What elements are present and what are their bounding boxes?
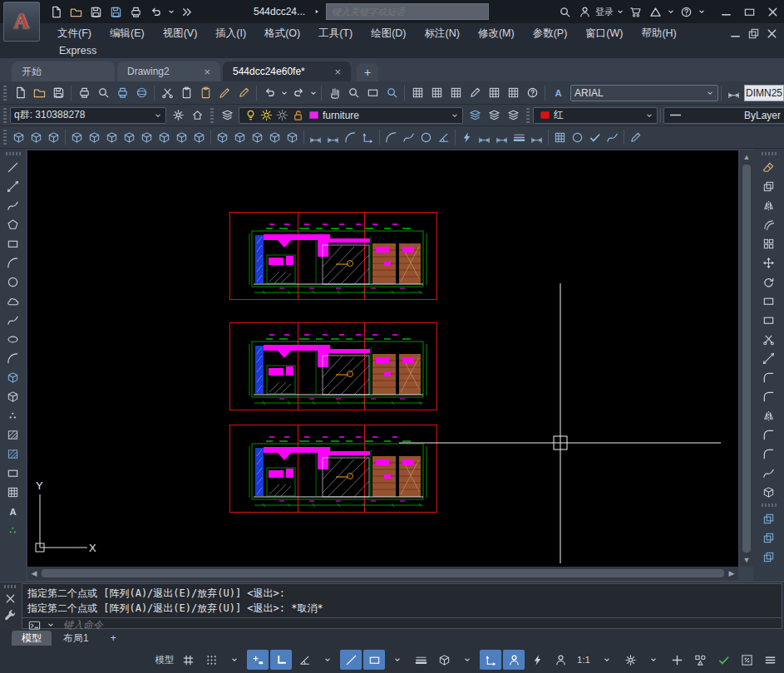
open-icon[interactable] (30, 84, 48, 102)
imprint-icon[interactable] (214, 128, 231, 146)
properties-palette-icon[interactable] (408, 84, 427, 102)
zoom-realtime-icon[interactable] (344, 84, 362, 102)
sign-in-dropdown-icon[interactable] (615, 2, 624, 21)
stretch-icon[interactable] (760, 311, 778, 329)
layer-previous-icon[interactable] (485, 106, 503, 125)
revision-cloud-icon[interactable] (4, 292, 22, 310)
named-views-icon[interactable] (188, 106, 206, 125)
explode-icon[interactable] (760, 483, 778, 501)
scale-icon[interactable] (760, 292, 778, 310)
intersect-icon[interactable] (45, 128, 62, 146)
break-at-point-icon[interactable] (760, 368, 778, 386)
blend-curves-icon[interactable] (760, 464, 778, 482)
sign-in[interactable]: 登录 (595, 2, 614, 21)
vertical-scrollbar[interactable]: ▲ ▼ (740, 150, 753, 567)
menu-item-5[interactable]: 工具(T) (309, 23, 362, 43)
clean-screen-icon[interactable] (736, 650, 757, 670)
osnap-dropdown-icon[interactable] (387, 650, 408, 670)
dimension-edit-icon[interactable] (627, 128, 644, 146)
tool-palettes-icon[interactable] (446, 84, 465, 102)
snap-dropdown-icon[interactable] (224, 650, 245, 670)
ellipse-icon[interactable] (4, 330, 22, 348)
extrude-faces-icon[interactable] (68, 128, 86, 146)
menu-item-2[interactable]: 视图(V) (154, 23, 207, 43)
redo-icon[interactable] (289, 84, 308, 102)
pan-icon[interactable] (325, 84, 343, 102)
object-snap-tracking-icon[interactable] (340, 650, 362, 670)
angular-dimension-icon[interactable] (435, 128, 452, 146)
multiline-text-icon[interactable] (4, 502, 22, 520)
dim-style-field[interactable]: DIMN25 (744, 85, 784, 101)
annotation-visibility-icon[interactable] (503, 650, 525, 670)
dimension-space-icon[interactable] (510, 128, 528, 146)
center-mark-icon[interactable] (569, 128, 586, 146)
plot-icon[interactable] (75, 84, 93, 102)
annotation-scale-value[interactable]: 1:1 (573, 650, 594, 670)
dimension-break-icon[interactable] (528, 128, 545, 146)
zoom-window-icon[interactable] (363, 84, 382, 102)
layer-states-icon[interactable] (504, 106, 522, 125)
hatch-icon[interactable] (4, 425, 22, 444)
horizontal-scroll-thumb[interactable] (42, 569, 724, 577)
window-close-icon[interactable] (761, 2, 784, 21)
rotate-icon[interactable] (760, 273, 778, 291)
copy-icon[interactable] (760, 177, 778, 195)
menu-item-3[interactable]: 插入(I) (206, 23, 255, 43)
file-tab-544dcc24e60fe*[interactable]: 544dcc24e60fe*× (223, 61, 351, 81)
toolbar-grip[interactable] (3, 108, 7, 123)
separate-icon[interactable] (249, 128, 266, 146)
ordinate-dimension-icon[interactable] (359, 128, 377, 146)
isolate-objects-icon[interactable] (689, 650, 711, 670)
layer-properties-icon[interactable] (218, 106, 236, 125)
menu-item-10[interactable]: 窗口(W) (576, 23, 632, 43)
undo-icon[interactable] (260, 84, 279, 102)
layer-combo[interactable]: furniture (239, 107, 463, 124)
workspace-settings-icon[interactable] (169, 106, 187, 125)
undo-icon[interactable] (146, 2, 165, 21)
scroll-left-icon[interactable]: ◀ (27, 567, 41, 580)
continue-dimension-icon[interactable] (493, 128, 510, 146)
window-minimize-icon[interactable] (714, 2, 737, 21)
publish-icon[interactable] (132, 84, 150, 102)
rotate-faces-icon[interactable] (138, 128, 155, 146)
batch-plot-icon[interactable] (113, 84, 131, 102)
line-icon[interactable] (4, 158, 22, 176)
model-space-canvas[interactable]: Y X (27, 150, 738, 567)
polar-tracking-icon[interactable] (293, 650, 315, 670)
gradient-icon[interactable] (4, 445, 22, 463)
quick-dimension-icon[interactable] (458, 128, 476, 146)
text-style-icon[interactable] (549, 84, 567, 102)
object-snap-icon[interactable] (363, 650, 385, 670)
help-icon[interactable] (523, 84, 541, 102)
designcenter-icon[interactable] (427, 84, 446, 102)
help-dropdown-icon[interactable] (697, 2, 706, 21)
ortho-mode-icon[interactable] (270, 650, 292, 670)
markup-set-manager-icon[interactable] (485, 84, 503, 102)
union-icon[interactable] (10, 128, 27, 146)
block-editor-icon[interactable] (234, 84, 253, 102)
subtract-icon[interactable] (27, 128, 45, 146)
clean-icon[interactable] (231, 128, 249, 146)
lineweight-display-icon[interactable] (410, 650, 431, 670)
help-search-input[interactable] (326, 3, 489, 20)
more-commands-icon[interactable] (177, 2, 195, 21)
annotation-scale-icon-icon[interactable] (550, 650, 571, 670)
grid-display-icon[interactable] (177, 650, 199, 670)
join-icon[interactable] (760, 406, 778, 425)
polyline-icon[interactable] (4, 196, 22, 214)
menu-item-6[interactable]: 绘图(D) (362, 23, 415, 43)
close-command-window-icon[interactable] (3, 592, 17, 605)
annotation-monitor-icon[interactable] (666, 650, 688, 670)
3dosnap-dropdown-icon[interactable] (456, 650, 478, 670)
search-expand-icon[interactable] (312, 2, 321, 21)
new-tab-button[interactable]: + (357, 63, 378, 81)
layout-tab-layout1[interactable]: 布局1 (53, 631, 99, 646)
circle-icon[interactable] (4, 273, 22, 291)
table-icon[interactable] (4, 483, 22, 501)
layer-on-icon[interactable] (243, 108, 258, 123)
taper-faces-icon[interactable] (155, 128, 173, 146)
snap-mode-icon[interactable] (200, 650, 222, 670)
vertical-scroll-thumb[interactable] (742, 165, 751, 553)
autodesk-360-icon[interactable] (646, 2, 664, 21)
plot-preview-icon[interactable] (94, 84, 112, 102)
